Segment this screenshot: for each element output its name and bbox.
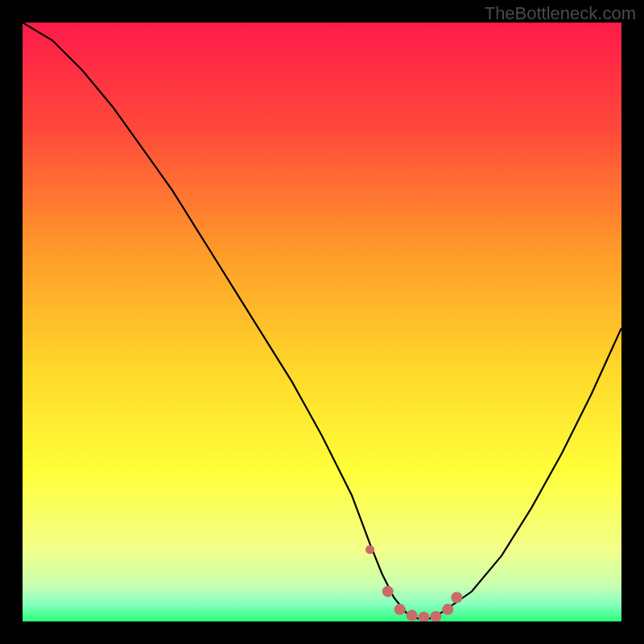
highlight-marker xyxy=(419,612,430,621)
highlight-marker xyxy=(451,592,462,603)
highlight-marker xyxy=(442,604,453,615)
optimal-zone-markers xyxy=(365,545,462,621)
highlight-marker xyxy=(394,604,406,615)
highlight-marker xyxy=(365,545,374,554)
bottleneck-curve xyxy=(23,23,621,618)
chart-curve-layer xyxy=(23,23,621,621)
watermark-text: TheBottleneck.com xyxy=(485,3,636,24)
plot-area xyxy=(23,23,621,621)
highlight-marker xyxy=(382,586,394,597)
highlight-marker xyxy=(407,610,418,621)
